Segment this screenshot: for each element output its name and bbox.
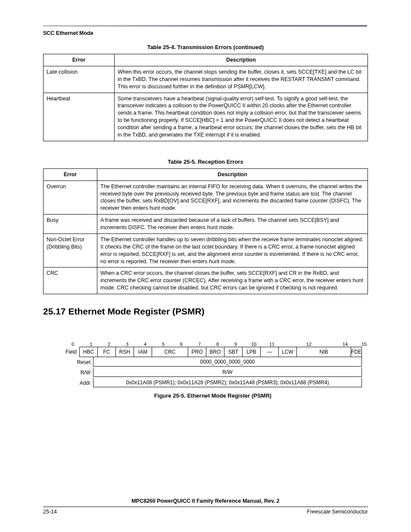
table-row: Overrun The Ethernet controller maintain… <box>44 180 368 215</box>
table1-cell-desc: Some transceivers have a heartbeat (sign… <box>115 93 368 141</box>
field-cell: NIB <box>297 347 351 357</box>
bit-number: 10 <box>245 342 263 347</box>
page-footer: MPC8260 PowerQUICC II Family Reference M… <box>43 498 368 515</box>
bit-number: 0 <box>64 342 82 347</box>
field-cell: LCW <box>279 347 297 357</box>
field-cell: — <box>261 347 279 357</box>
bit-number: 8 <box>209 342 227 347</box>
field-cell: BRO <box>206 347 224 357</box>
footer-rule <box>43 507 368 507</box>
row-label-field: Field <box>64 347 79 357</box>
footer-title: MPC8260 PowerQUICC II Family Reference M… <box>43 498 368 504</box>
field-cell: PRO <box>188 347 206 357</box>
bit-number: 12 <box>281 342 336 347</box>
field-cell: FC <box>98 347 116 357</box>
bit-number: 11 <box>263 342 281 347</box>
table2-cell-error: CRC <box>44 268 97 294</box>
table-row: Heartbeat Some transceivers have a heart… <box>44 93 368 141</box>
row-label-addr: Addr <box>64 378 93 388</box>
table1-cell-error: Late collision <box>44 66 115 93</box>
table1-caption: Table 25-4. Transmission Errors (continu… <box>43 44 368 50</box>
addr-value: 0x0x11A08 (PSMR1); 0x0x11A28 (PSMR2); 0x… <box>93 378 362 387</box>
field-cell: CRC <box>152 347 188 357</box>
transmission-errors-table: Error Description Late collision When th… <box>43 54 368 141</box>
table2-cell-desc: The Ethernet controller handles up to se… <box>97 233 368 268</box>
field-cell: LPB <box>243 347 261 357</box>
bit-number: 3 <box>118 342 136 347</box>
bit-number: 1 <box>82 342 100 347</box>
rw-value: R/W <box>93 367 362 377</box>
table2-cell-desc: A frame was received and discarded becau… <box>97 215 368 234</box>
table1-cell-error: Heartbeat <box>44 93 115 141</box>
bit-number: 4 <box>136 342 154 347</box>
reset-value: 0000_0000_0000_0000 <box>93 357 362 367</box>
table-row: Busy A frame was received and discarded … <box>44 215 368 234</box>
table-row: CRC When a CRC error occurs, the channel… <box>44 268 368 294</box>
table2-cell-error: Busy <box>44 215 97 234</box>
bit-number: 2 <box>100 342 118 347</box>
bit-number: 7 <box>190 342 209 347</box>
table2-cell-desc: When a CRC error occurs, the channel clo… <box>97 268 368 294</box>
page-title: 25.17 Ethernet Mode Register (PSMR) <box>43 306 368 317</box>
bit-number: 15 <box>355 342 373 347</box>
company-name: Freescale Semiconductor <box>307 509 368 515</box>
table2-cell-error: Overrun <box>44 180 97 215</box>
page-number: 25-14 <box>43 509 57 515</box>
table2-caption: Table 25-5. Reception Errors <box>43 159 368 165</box>
row-label-reset: Reset <box>64 357 93 367</box>
table2-header-error: Error <box>44 168 97 180</box>
table1-header-error: Error <box>44 54 115 66</box>
field-cell: HBC <box>80 347 98 357</box>
table-row: Non-Octet Error (Dribbling Bits) The Eth… <box>44 233 368 268</box>
header-rule <box>43 25 367 27</box>
table2-header-desc: Description <box>97 168 368 180</box>
table1-header-desc: Description <box>115 54 368 66</box>
row-label-rw: R/W <box>64 367 93 378</box>
reception-errors-table: Error Description Overrun The Ethernet c… <box>43 168 368 294</box>
figure-caption: Figure 25-5. Ethernet Mode Register (PSM… <box>64 392 362 399</box>
register-figure: 0 1 2 3 4 5 6 7 8 9 10 11 12 14 15 Field… <box>64 342 362 399</box>
field-cell: IAM <box>134 347 152 357</box>
field-cell: RSH <box>116 347 134 357</box>
field-cell: FDE <box>351 347 361 357</box>
table1-cell-desc: When this error occurs, the channel stop… <box>115 66 368 93</box>
bit-number: 9 <box>227 342 245 347</box>
table2-cell-error: Non-Octet Error (Dribbling Bits) <box>44 233 97 268</box>
section-header: SCC Ethernet Mode <box>43 30 368 36</box>
bit-number: 6 <box>172 342 190 347</box>
bit-number: 14 <box>336 342 355 347</box>
table2-cell-desc: The Ethernet controller maintains an int… <box>97 180 368 215</box>
table-row: Late collision When this error occurs, t… <box>44 66 368 93</box>
bit-number: 5 <box>154 342 172 347</box>
field-cell: SBT <box>224 347 243 357</box>
